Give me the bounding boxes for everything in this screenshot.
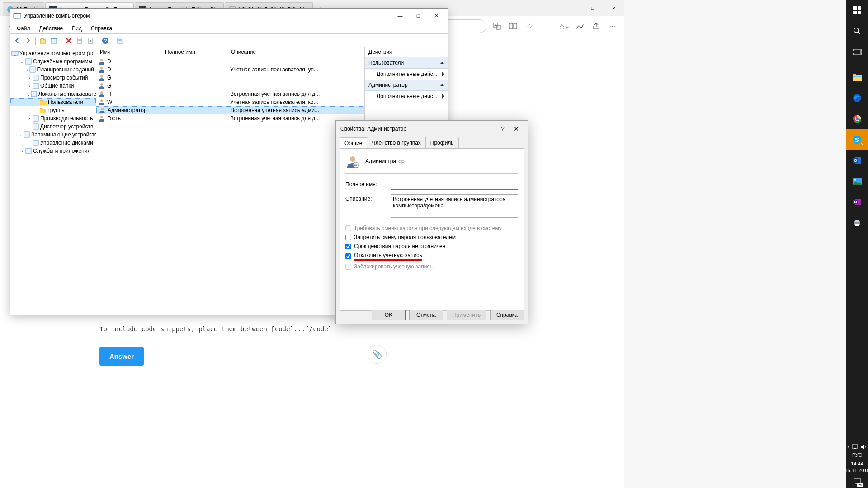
tab-membership[interactable]: Членство в группах: [367, 137, 425, 148]
ok-button[interactable]: OK: [372, 310, 406, 320]
mmc-list[interactable]: Имя Полное имя Описание DDУчетная запись…: [96, 47, 365, 315]
list-scrollbar[interactable]: [96, 307, 364, 315]
tree-node[interactable]: ⌄Локальные пользовате: [10, 90, 96, 98]
list-row[interactable]: G: [96, 74, 364, 82]
list-row[interactable]: DУчетная запись пользователя, уп...: [96, 66, 364, 74]
mmc-minimize-button[interactable]: —: [391, 9, 409, 22]
share-icon[interactable]: [590, 20, 602, 32]
tree-node[interactable]: ›Общие папки: [10, 82, 96, 90]
col-desc[interactable]: Описание: [227, 47, 364, 57]
tb-up-icon[interactable]: [38, 36, 48, 46]
favorites-icon[interactable]: ☆₊: [558, 20, 570, 32]
mmc-titlebar[interactable]: Управление компьютером — □ ✕: [10, 9, 448, 23]
props-titlebar[interactable]: Свойства: Администратор ? ✕: [336, 121, 528, 137]
expand-icon[interactable]: ›: [27, 116, 32, 121]
checkbox[interactable]: [345, 235, 351, 240]
mmc-tree[interactable]: Управление компьютером (лс ⌄Служебные пр…: [10, 47, 96, 315]
tree-node[interactable]: ›Планировщик заданий: [10, 66, 96, 74]
expand-icon[interactable]: ›: [27, 75, 32, 80]
tb-details-icon[interactable]: [115, 36, 125, 46]
tb-forward-icon[interactable]: [23, 36, 33, 46]
col-fullname[interactable]: Полное имя: [161, 47, 227, 57]
tab-profile[interactable]: Профиль: [425, 137, 459, 148]
tree-node[interactable]: Диспетчер устройств: [10, 122, 96, 131]
menu-view[interactable]: Вид: [67, 24, 86, 33]
chrome-icon[interactable]: [846, 108, 868, 129]
props-close-button[interactable]: ✕: [509, 125, 523, 132]
cancel-button[interactable]: Отмена: [409, 310, 443, 320]
tree-node[interactable]: ›Службы и приложения: [10, 147, 96, 155]
star-icon[interactable]: ☆: [524, 20, 535, 32]
clock[interactable]: 14:44 15.11.2018: [844, 460, 868, 474]
search-button[interactable]: [846, 21, 868, 42]
tree-node[interactable]: ⌄Служебные программы: [10, 57, 96, 66]
list-row[interactable]: АдминистраторВстроенная учетная запись а…: [96, 106, 364, 114]
skype-icon[interactable]: S2: [846, 129, 868, 150]
tb-properties-icon[interactable]: [75, 36, 85, 46]
mmc-close-button[interactable]: ✕: [427, 9, 445, 22]
col-name[interactable]: Имя: [96, 47, 161, 57]
outlook-icon[interactable]: O: [846, 150, 868, 171]
collapse-icon[interactable]: ⌄: [27, 92, 30, 97]
actions-item-more-1[interactable]: Дополнительные дейс...: [365, 69, 448, 80]
apply-button[interactable]: Применить: [447, 310, 486, 320]
checkbox[interactable]: [345, 253, 351, 259]
tb-export-icon[interactable]: [85, 36, 95, 46]
checkbox[interactable]: [345, 244, 351, 249]
list-row[interactable]: HВстроенная учетная запись для д...: [96, 90, 364, 98]
list-header[interactable]: Имя Полное имя Описание: [96, 47, 364, 57]
notifications-button[interactable]: 29: [853, 477, 861, 485]
list-row[interactable]: D: [96, 57, 364, 66]
ink-icon[interactable]: [574, 20, 586, 32]
attach-button[interactable]: 📎: [368, 345, 387, 364]
more-icon[interactable]: ⋯: [607, 20, 618, 32]
tree-scrollbar[interactable]: [10, 307, 96, 315]
actions-section-admin[interactable]: Администратор: [365, 80, 448, 91]
tab-general[interactable]: Общие: [340, 137, 367, 149]
tb-help-icon[interactable]: ?: [100, 36, 110, 46]
desc-input[interactable]: Встроенная учетная запись администратора…: [391, 194, 518, 218]
list-row[interactable]: G: [96, 82, 364, 90]
fullname-input[interactable]: [391, 180, 518, 190]
menu-help[interactable]: Справка: [86, 24, 117, 33]
tb-delete-icon[interactable]: [64, 36, 74, 46]
explorer-icon[interactable]: [846, 67, 868, 88]
tray-arrow-icon[interactable]: ‹: [847, 444, 849, 450]
list-row[interactable]: WУчетная запись пользователя, ко...: [96, 98, 364, 106]
tb-show-icon[interactable]: [49, 36, 59, 46]
tree-node[interactable]: ›Производительность: [10, 114, 96, 122]
maximize-button[interactable]: □: [582, 0, 603, 16]
tree-node[interactable]: Пользователи: [10, 98, 96, 106]
tree-node[interactable]: ⌄Запоминающие устройств: [10, 131, 96, 139]
minimize-button[interactable]: —: [561, 0, 582, 16]
expand-icon[interactable]: ›: [27, 84, 32, 89]
props-help-button[interactable]: ?: [496, 125, 509, 132]
menu-action[interactable]: Действие: [35, 24, 68, 33]
taskview-button[interactable]: [846, 42, 868, 62]
tb-back-icon[interactable]: [12, 36, 22, 46]
mmc-maximize-button[interactable]: □: [409, 9, 427, 22]
language-indicator[interactable]: РУС: [852, 452, 862, 458]
menu-file[interactable]: Файл: [12, 24, 35, 33]
tree-node[interactable]: Группы: [10, 106, 96, 114]
list-row[interactable]: ГостьВстроенная учетная запись для д...: [96, 114, 364, 122]
check-disable-account[interactable]: Отключить учетную запись: [345, 252, 518, 261]
translate-icon[interactable]: A: [491, 20, 503, 32]
volume-icon[interactable]: [861, 444, 867, 450]
expand-icon[interactable]: ›: [19, 149, 25, 154]
reading-icon[interactable]: [507, 20, 519, 32]
actions-item-more-2[interactable]: Дополнительные дейс...: [365, 91, 448, 102]
help-button[interactable]: Справка: [490, 310, 524, 320]
tree-node[interactable]: Управление дисками: [10, 139, 96, 147]
onenote-icon[interactable]: N: [846, 192, 868, 212]
start-button[interactable]: [846, 0, 868, 21]
check-cannot-change[interactable]: Запретить смену пароля пользователем: [345, 234, 518, 240]
collapse-icon[interactable]: ⌄: [19, 59, 25, 64]
close-button[interactable]: ✕: [603, 0, 624, 16]
collapse-icon[interactable]: ⌄: [19, 132, 23, 137]
settings-printer-icon[interactable]: [846, 212, 868, 233]
edge-icon[interactable]: [846, 88, 868, 108]
tree-node[interactable]: ›Просмотр событий: [10, 74, 96, 82]
network-icon[interactable]: [852, 444, 858, 450]
actions-section-users[interactable]: Пользователи: [365, 57, 448, 69]
